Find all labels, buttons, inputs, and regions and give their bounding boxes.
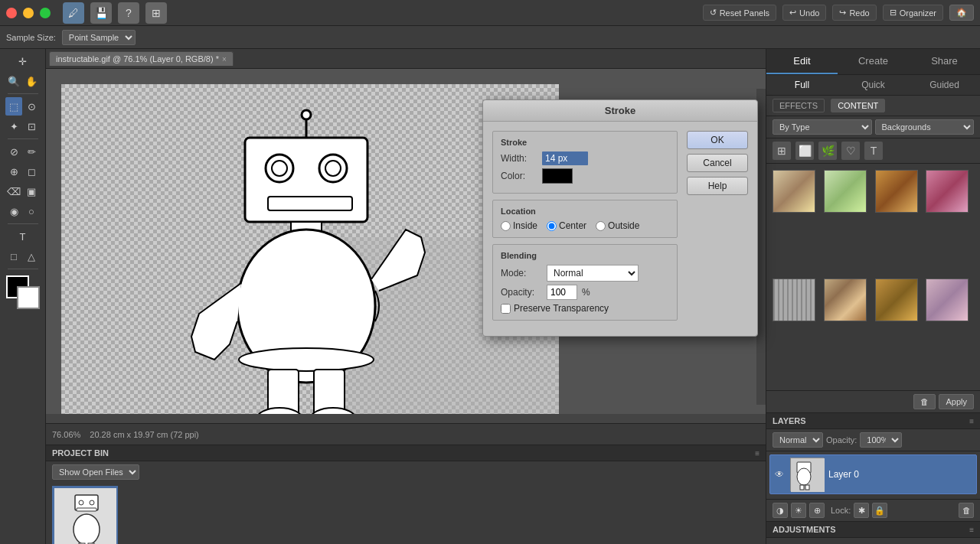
undo-button[interactable]: ↩ Undo: [782, 5, 826, 21]
hand-tool[interactable]: ✋: [23, 72, 40, 90]
apply-button[interactable]: Apply: [939, 394, 974, 409]
close-window-button[interactable]: [6, 8, 17, 18]
svg-point-33: [797, 468, 811, 485]
frames-icon[interactable]: ⬜: [795, 142, 814, 160]
spot-heal-tool[interactable]: ⊘: [5, 142, 22, 161]
color-swatch[interactable]: [542, 168, 573, 184]
lock-position-button[interactable]: ✱: [854, 503, 869, 518]
delete-layer-button[interactable]: 🗑: [959, 503, 974, 518]
crop-tool[interactable]: ⊡: [23, 117, 40, 135]
tab-title: instructable.gif @ 76.1% (Layer 0, RGB/8…: [56, 54, 219, 64]
project-bin-expand[interactable]: ≡: [755, 449, 760, 458]
adjustment-layer-button[interactable]: ◑: [773, 503, 788, 518]
background-2[interactable]: [824, 170, 867, 213]
tab-close-button[interactable]: ×: [222, 55, 227, 64]
maximize-window-button[interactable]: [40, 8, 51, 18]
canvas-dimensions: 20.28 cm x 19.97 cm (72 ppi): [90, 430, 198, 439]
background-5[interactable]: [773, 279, 815, 321]
shape-tool[interactable]: □: [5, 247, 22, 265]
background-3[interactable]: [875, 170, 918, 213]
sample-size-label: Sample Size:: [6, 33, 56, 42]
adjustments-header: ADJUSTMENTS ≡: [766, 522, 980, 538]
blend-mode-select[interactable]: Normal Dissolve Multiply Screen Overlay: [547, 265, 639, 282]
location-section: Location Inside Center Outside: [492, 200, 678, 238]
ok-button[interactable]: OK: [687, 131, 748, 149]
leaf-icon[interactable]: 🌿: [818, 142, 837, 160]
opacity-select[interactable]: 100%: [860, 432, 902, 448]
gradient-tool[interactable]: ▣: [23, 182, 40, 200]
help-button[interactable]: Help: [687, 177, 748, 195]
redo-button[interactable]: ↪ Redo: [832, 5, 876, 21]
magic-wand-tool[interactable]: ✦: [5, 117, 22, 135]
all-icon[interactable]: ⊞: [773, 142, 791, 160]
center-radio[interactable]: Center: [547, 220, 586, 231]
canvas-tab-bar: instructable.gif @ 76.1% (Layer 0, RGB/8…: [46, 49, 766, 69]
lock-all-button[interactable]: 🔒: [872, 503, 887, 518]
inside-radio[interactable]: Inside: [501, 220, 537, 231]
bin-thumbnail[interactable]: [52, 486, 118, 544]
delete-background-button[interactable]: 🗑: [913, 394, 936, 409]
options-bar: Sample Size: Point Sample: [0, 26, 980, 49]
stroke-dialog[interactable]: Stroke Stroke Width: Color:: [482, 99, 758, 337]
blur-tool[interactable]: ◉: [5, 202, 22, 220]
mode-label: Mode:: [501, 268, 542, 279]
layer-item[interactable]: 👁 Layer 0: [769, 454, 977, 494]
content-type-icons: ⊞ ⬜ 🌿 ♡ T: [766, 138, 980, 164]
by-type-select[interactable]: By Type: [773, 119, 872, 135]
content-tab[interactable]: CONTENT: [831, 99, 885, 112]
clone-tool[interactable]: ⊕: [5, 162, 22, 181]
pen-tool[interactable]: △: [23, 247, 40, 265]
background-1[interactable]: [773, 170, 815, 213]
backgrounds-select[interactable]: Backgrounds: [875, 119, 975, 135]
effects-tab[interactable]: EFFECTS: [773, 99, 825, 112]
background-4[interactable]: [926, 170, 969, 213]
eraser-tool[interactable]: ◻: [23, 162, 40, 181]
tab-create[interactable]: Create: [838, 49, 909, 74]
subtab-quick[interactable]: Quick: [838, 75, 909, 95]
subtab-guided[interactable]: Guided: [909, 75, 980, 95]
show-open-files-select[interactable]: Show Open Files: [52, 464, 139, 480]
svg-point-15: [239, 348, 374, 371]
color-row: Color:: [501, 168, 669, 184]
help-icon[interactable]: ?: [118, 2, 139, 24]
opacity-input[interactable]: [547, 285, 577, 300]
lasso-tool[interactable]: ⊙: [23, 97, 40, 116]
layer-mode-select[interactable]: Normal: [773, 432, 823, 448]
adjustments-expand[interactable]: ≡: [969, 526, 974, 534]
cancel-button[interactable]: Cancel: [687, 154, 748, 172]
dodge-tool[interactable]: ○: [23, 202, 40, 220]
sample-size-select[interactable]: Point Sample: [62, 30, 136, 45]
new-layer-button[interactable]: ☀: [791, 503, 806, 518]
tab-share[interactable]: Share: [909, 49, 980, 74]
tab-edit[interactable]: Edit: [766, 49, 838, 74]
canvas-tab[interactable]: instructable.gif @ 76.1% (Layer 0, RGB/8…: [49, 51, 234, 66]
layers-expand[interactable]: ≡: [969, 417, 974, 425]
svg-point-11: [325, 161, 341, 176]
heart-icon[interactable]: ♡: [841, 142, 860, 160]
preserve-transparency-checkbox[interactable]: [501, 304, 511, 314]
brush-tool[interactable]: ✏: [23, 142, 40, 161]
width-input[interactable]: [542, 151, 588, 165]
horizontal-scrollbar[interactable]: [46, 414, 766, 423]
minimize-window-button[interactable]: [23, 8, 34, 18]
background-6[interactable]: [824, 279, 867, 321]
layer-visibility-eye[interactable]: 👁: [773, 468, 786, 480]
text-tool[interactable]: T: [5, 227, 41, 246]
background-color[interactable]: [17, 286, 40, 309]
save-icon[interactable]: 💾: [90, 2, 112, 24]
home-button[interactable]: 🏠: [949, 5, 974, 21]
subtab-full[interactable]: Full: [766, 75, 838, 95]
text-style-icon[interactable]: T: [864, 142, 883, 160]
zoom-tool[interactable]: 🔍: [5, 72, 22, 90]
move-tool[interactable]: ✛: [5, 52, 41, 70]
marquee-tool[interactable]: ⬚: [5, 97, 22, 116]
blend-mode-button[interactable]: ⊕: [809, 503, 825, 518]
outside-radio[interactable]: Outside: [596, 220, 639, 231]
paint-bucket-tool[interactable]: ⌫: [5, 182, 22, 200]
blending-section: Blending Mode: Normal Dissolve Multiply …: [492, 244, 678, 321]
view-icon[interactable]: ⊞: [145, 2, 167, 24]
organizer-button[interactable]: ⊟ Organizer: [883, 5, 943, 21]
reset-panels-button[interactable]: ↺ Reset Panels: [703, 5, 776, 21]
background-7[interactable]: [875, 279, 918, 321]
background-8[interactable]: [926, 279, 969, 321]
